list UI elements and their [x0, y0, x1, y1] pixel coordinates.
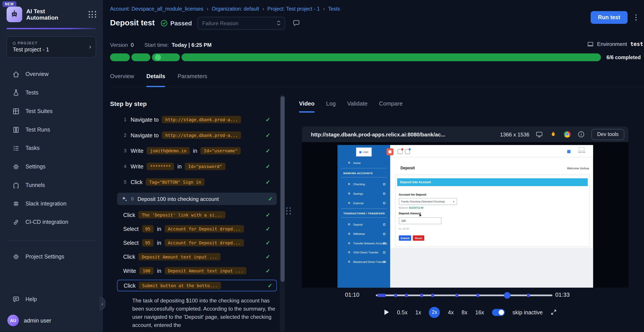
environment-icon — [587, 40, 594, 48]
timeline-event-marker[interactable] — [420, 294, 423, 297]
user-menu[interactable]: AU admin user — [7, 312, 51, 328]
step-row-5[interactable]: 5 Click Tag="BUTTON" Sign in ✓ — [110, 177, 277, 187]
step-target-chip: Id="username" — [200, 147, 241, 154]
tab-compare[interactable]: Compare — [379, 100, 402, 112]
tab-overview[interactable]: Overview — [110, 72, 134, 86]
step-success-icon: ✓ — [266, 179, 270, 186]
timeline-event-marker[interactable] — [432, 294, 434, 297]
skip-inactive-label: skip inactive — [512, 309, 543, 315]
timeline-event-marker[interactable] — [476, 294, 479, 297]
sidebar-item-test-runs[interactable]: Test Runs — [0, 120, 102, 139]
project-selector[interactable]: PROJECT Test project - 1 › — [6, 36, 96, 58]
version-label: Version — [110, 42, 128, 48]
reset-button: Reset — [413, 235, 424, 240]
tab-log[interactable]: Log — [326, 100, 336, 112]
fullscreen-icon[interactable] — [550, 309, 557, 316]
sidebar-item-test-suites[interactable]: Test Suites — [0, 102, 102, 120]
steps-scrollbar[interactable] — [280, 94, 285, 332]
more-options-icon[interactable] — [634, 13, 638, 22]
speed-0-5x[interactable]: 0.5x — [397, 309, 408, 315]
timeline-event-marker[interactable] — [405, 294, 408, 297]
sidebar-item-slack-integration[interactable]: Slack integration — [0, 194, 102, 213]
speed-8x[interactable]: 8x — [462, 309, 468, 315]
timeline-playhead[interactable] — [504, 292, 511, 299]
sidebar-divider — [6, 240, 96, 241]
speed-1x[interactable]: 1x — [415, 309, 421, 315]
timeline-event-marker[interactable] — [527, 294, 530, 297]
sidebar-item-tests[interactable]: Tests — [0, 84, 102, 102]
session-url: http://stage.dbank.prod-apps.relicx.ai:8… — [311, 131, 494, 138]
step-group-6[interactable]: 6 Deposit 100 into checking account ✓ — [117, 193, 277, 205]
step-row-4[interactable]: 4 Write ******** in Id="password" ✓ — [110, 161, 277, 171]
step-success-icon: ✓ — [266, 116, 270, 123]
run-test-button[interactable]: Run test — [590, 11, 628, 24]
timeline-event-marker[interactable] — [378, 294, 386, 297]
step-target-chip: http://stage.dbank.prod-a... — [162, 132, 241, 139]
apps-grid-icon[interactable] — [88, 10, 96, 18]
bank-logo-placeholder: Logo — [356, 148, 372, 156]
project-label: PROJECT — [13, 41, 90, 45]
substep-row-1[interactable]: Click The 'Deposit' link with a si... ✓ — [110, 210, 277, 220]
sidebar-item-tunnels[interactable]: Tunnels — [0, 176, 102, 194]
step-success-icon: ✓ — [266, 226, 270, 232]
tab-validate[interactable]: Validate — [347, 100, 368, 112]
substep-row-3[interactable]: Select 95 in Account for Deposit dropd..… — [110, 238, 277, 248]
timeline-event-marker[interactable] — [394, 294, 397, 297]
comment-icon — [292, 19, 300, 27]
step-row-1[interactable]: 1 Navigate to http://stage.dbank.prod-a.… — [110, 114, 277, 124]
comment-button[interactable] — [291, 18, 302, 28]
info-icon[interactable] — [577, 130, 585, 138]
substep-row-6-selected[interactable]: Click Submit button at the botto... ✓ — [117, 280, 277, 291]
new-badge: NEW — [2, 1, 16, 7]
speed-2x-active[interactable]: 2x — [429, 306, 440, 318]
timeline-track[interactable] — [376, 294, 552, 296]
sidebar-item-cicd-integration[interactable]: CI-CD integration — [0, 213, 102, 231]
scrollbar-thumb[interactable] — [280, 96, 284, 282]
play-button[interactable] — [384, 309, 389, 316]
right-panel: Video Log Validate Compare http://stage.… — [296, 94, 644, 332]
speed-16x[interactable]: 16x — [475, 309, 484, 315]
step-success-icon: ✓ — [266, 212, 270, 218]
breadcrumb-account[interactable]: Account: Devspace_all_module_licenses — [110, 6, 204, 12]
panel-resize-handle[interactable] — [286, 208, 291, 214]
step-row-3[interactable]: 3 Write jsmith@demo.io in Id="username" … — [110, 146, 277, 156]
sidebar-item-help[interactable]: Help — [0, 290, 102, 308]
step-summary-text: The task of depositing $100 into the che… — [132, 297, 276, 330]
breadcrumb-separator: › — [262, 6, 264, 12]
breadcrumb-organization[interactable]: Organization: default — [212, 6, 259, 12]
sidebar-item-overview[interactable]: Overview — [0, 65, 102, 84]
step-value-chip: jsmith@demo.io — [147, 147, 190, 154]
sidebar-item-project-settings[interactable]: Project Settings — [0, 247, 102, 266]
video-timeline: 01:10 01:33 — [296, 290, 644, 301]
substep-row-5[interactable]: Write 100 in Deposit Amount text input .… — [110, 266, 277, 276]
timeline-event-marker[interactable] — [455, 294, 458, 297]
current-time: 01:10 — [345, 291, 359, 298]
playback-controls: 0.5x 1x 2x 4x 8x 16x skip inactive — [296, 306, 644, 319]
failure-reason-select[interactable]: Failure Reason — [198, 16, 285, 29]
tab-details[interactable]: Details — [146, 72, 165, 86]
skip-inactive-toggle[interactable] — [492, 309, 505, 316]
bank-section-transactions: TRANSACTIONS / TRANSFERS — [344, 212, 385, 215]
progress-indicator-dot — [155, 54, 161, 60]
bank-nav-visa: VISA Direct Transfer — [338, 250, 390, 254]
video-frame[interactable]: Logo Home BANKING ACCOUNTS Checking Savi… — [302, 142, 628, 288]
window-icon — [405, 149, 410, 154]
substep-row-4[interactable]: Click Deposit Amount text input ... ✓ — [110, 252, 277, 262]
breadcrumb-project[interactable]: Project: Test project - 1 — [267, 6, 320, 12]
substep-row-2[interactable]: Select 95 in Account for Deposit dropd..… — [110, 224, 277, 234]
dev-tools-button[interactable]: Dev tools — [592, 129, 624, 140]
tunnel-icon — [12, 182, 20, 189]
start-time-label: Start time: — [144, 42, 168, 48]
breadcrumb-separator: › — [323, 6, 325, 12]
step-row-2[interactable]: 2 Navigate to http://stage.dbank.prod-a.… — [110, 130, 277, 140]
sidebar-item-settings[interactable]: Settings — [0, 158, 102, 176]
tab-parameters[interactable]: Parameters — [178, 72, 207, 86]
speed-4x[interactable]: 4x — [448, 309, 454, 315]
bank-nav-home: Home — [338, 160, 390, 165]
chrome-icon — [564, 130, 571, 138]
breadcrumb-tests[interactable]: Tests — [328, 6, 340, 12]
progress-segment — [152, 54, 180, 61]
tab-video[interactable]: Video — [299, 100, 314, 112]
sidebar-item-tasks[interactable]: Tasks — [0, 139, 102, 158]
help-chat-icon — [12, 296, 20, 303]
